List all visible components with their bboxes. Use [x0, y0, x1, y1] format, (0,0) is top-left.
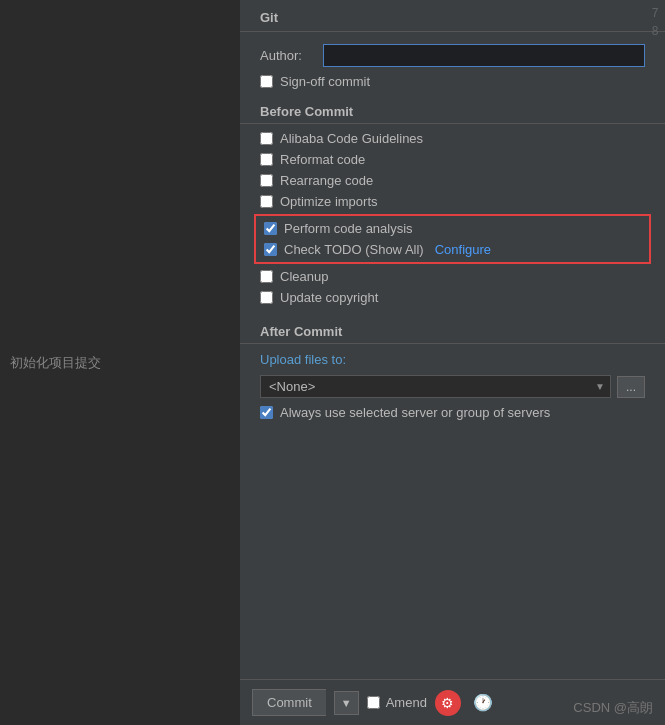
- perform-analysis-label: Perform code analysis: [284, 221, 413, 236]
- commit-dropdown-arrow[interactable]: ▼: [334, 691, 359, 715]
- optimize-label: Optimize imports: [280, 194, 378, 209]
- always-use-label: Always use selected server or group of s…: [280, 405, 550, 420]
- reformat-checkbox[interactable]: [260, 153, 273, 166]
- dots-button[interactable]: ...: [617, 376, 645, 398]
- update-copyright-row: Update copyright: [240, 287, 665, 308]
- after-commit-title: After Commit: [240, 314, 665, 344]
- server-select[interactable]: <None>: [260, 375, 611, 398]
- right-panel: 7 8 Git Author: Sign-off commit Before C…: [240, 0, 665, 725]
- rearrange-label: Rearrange code: [280, 173, 373, 188]
- optimize-row: Optimize imports: [240, 191, 665, 212]
- update-copyright-label: Update copyright: [280, 290, 378, 305]
- update-copyright-checkbox[interactable]: [260, 291, 273, 304]
- reformat-label: Reformat code: [280, 152, 365, 167]
- before-commit-section: Before Commit Alibaba Code Guidelines Re…: [240, 92, 665, 310]
- check-todo-row: Check TODO (Show All) Configure: [256, 239, 649, 260]
- watermark: CSDN @高朗: [573, 699, 653, 717]
- commit-dialog: Git Author: Sign-off commit Before Commi…: [240, 0, 665, 725]
- before-commit-title: Before Commit: [240, 98, 665, 124]
- git-section-header: Git: [240, 0, 665, 32]
- always-use-checkbox[interactable]: [260, 406, 273, 419]
- sign-off-checkbox[interactable]: [260, 75, 273, 88]
- amend-checkbox[interactable]: [367, 696, 380, 709]
- rearrange-checkbox[interactable]: [260, 174, 273, 187]
- reformat-row: Reformat code: [240, 149, 665, 170]
- perform-analysis-row: Perform code analysis: [256, 218, 649, 239]
- perform-analysis-checkbox[interactable]: [264, 222, 277, 235]
- line-numbers: 7 8: [645, 0, 665, 40]
- check-todo-label: Check TODO (Show All): [284, 242, 424, 257]
- amend-label: Amend: [386, 695, 427, 710]
- sign-off-row: Sign-off commit: [240, 71, 665, 92]
- line-number-7: 7: [652, 4, 659, 22]
- rearrange-row: Rearrange code: [240, 170, 665, 191]
- commit-button[interactable]: Commit: [252, 689, 326, 716]
- clock-button[interactable]: 🕐: [469, 691, 497, 714]
- scroll-area[interactable]: Git Author: Sign-off commit Before Commi…: [240, 0, 665, 725]
- line-number-8: 8: [652, 22, 659, 40]
- clock-icon: 🕐: [473, 694, 493, 711]
- gear-button[interactable]: ⚙: [435, 690, 461, 716]
- author-label: Author:: [260, 48, 315, 63]
- optimize-checkbox[interactable]: [260, 195, 273, 208]
- alibaba-label: Alibaba Code Guidelines: [280, 131, 423, 146]
- left-panel: 初始化项目提交: [0, 0, 240, 725]
- upload-label: Upload files to:: [260, 352, 346, 367]
- check-todo-checkbox[interactable]: [264, 243, 277, 256]
- gear-icon: ⚙: [441, 695, 454, 711]
- left-panel-label: 初始化项目提交: [10, 354, 101, 372]
- none-select-wrapper: <None> ▼: [260, 375, 611, 398]
- cleanup-label: Cleanup: [280, 269, 328, 284]
- sign-off-label: Sign-off commit: [280, 74, 370, 89]
- highlighted-box: Perform code analysis Check TODO (Show A…: [254, 214, 651, 264]
- author-row: Author:: [240, 40, 665, 71]
- always-use-row: Always use selected server or group of s…: [240, 402, 665, 423]
- amend-row: Amend: [367, 695, 427, 710]
- alibaba-row: Alibaba Code Guidelines: [240, 128, 665, 149]
- upload-label-row: Upload files to:: [240, 348, 665, 371]
- after-commit-section: After Commit Upload files to: <None> ▼ .…: [240, 310, 665, 427]
- cleanup-row: Cleanup: [240, 266, 665, 287]
- configure-link[interactable]: Configure: [435, 242, 491, 257]
- cleanup-checkbox[interactable]: [260, 270, 273, 283]
- upload-select-row: <None> ▼ ...: [240, 371, 665, 402]
- author-input[interactable]: [323, 44, 645, 67]
- alibaba-checkbox[interactable]: [260, 132, 273, 145]
